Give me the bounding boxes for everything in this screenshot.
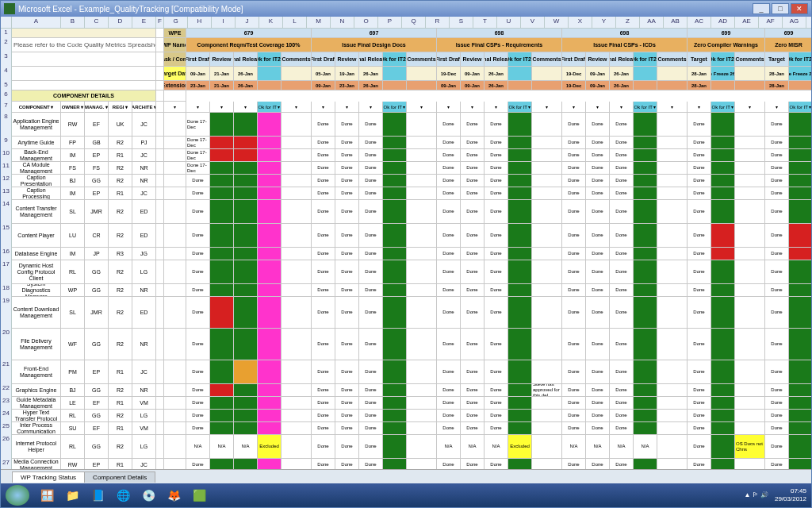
status-cell[interactable]: Done — [312, 175, 335, 187]
owner-cell[interactable]: IM — [61, 187, 85, 200]
status-cell[interactable] — [508, 360, 532, 384]
status-cell[interactable] — [383, 224, 407, 248]
status-cell[interactable]: Done — [359, 260, 383, 284]
status-cell[interactable]: Done — [312, 260, 335, 284]
status-cell[interactable] — [210, 248, 234, 260]
status-cell[interactable] — [210, 422, 234, 435]
taskbar-app-icon[interactable]: 📁 — [61, 486, 83, 505]
status-cell[interactable]: Done — [562, 410, 586, 422]
status-cell[interactable] — [234, 360, 258, 384]
status-cell[interactable] — [789, 113, 811, 137]
status-cell[interactable] — [234, 410, 258, 422]
status-cell[interactable] — [657, 175, 688, 187]
status-cell[interactable]: Done — [586, 384, 610, 397]
status-cell[interactable] — [657, 200, 688, 224]
status-cell[interactable]: Done — [437, 284, 461, 297]
status-cell[interactable] — [407, 459, 437, 469]
status-cell[interactable] — [711, 397, 735, 410]
status-cell[interactable] — [711, 422, 735, 435]
status-cell[interactable] — [258, 284, 282, 297]
region-cell[interactable]: R1 — [109, 149, 132, 162]
status-cell[interactable]: Done — [765, 397, 789, 410]
status-cell[interactable]: Done — [461, 248, 485, 260]
manager-cell[interactable]: GB — [85, 137, 109, 149]
status-cell[interactable]: Done — [312, 113, 335, 137]
status-cell[interactable]: Done — [765, 149, 789, 162]
status-cell[interactable]: Done — [437, 175, 461, 187]
status-cell[interactable]: Done — [312, 149, 335, 162]
status-cell[interactable] — [532, 224, 562, 248]
status-cell[interactable] — [508, 224, 532, 248]
status-cell[interactable]: Done — [461, 113, 485, 137]
status-cell[interactable]: Done — [312, 297, 335, 329]
owner-cell[interactable]: RW — [61, 113, 85, 137]
architect-cell[interactable]: JG — [132, 248, 156, 260]
status-cell[interactable] — [383, 284, 407, 297]
status-cell[interactable] — [383, 459, 407, 469]
status-cell[interactable]: Done — [312, 397, 335, 410]
status-cell[interactable] — [210, 459, 234, 469]
status-cell[interactable] — [532, 200, 562, 224]
status-cell[interactable]: Done — [359, 459, 383, 469]
status-cell[interactable]: Done — [312, 435, 335, 459]
status-cell[interactable] — [407, 435, 437, 459]
status-cell[interactable]: Done — [688, 149, 711, 162]
status-cell[interactable] — [407, 200, 437, 224]
status-cell[interactable] — [282, 149, 312, 162]
status-cell[interactable]: Done — [765, 224, 789, 248]
status-cell[interactable]: Done — [335, 459, 359, 469]
component-name[interactable]: Graphics Engine — [12, 384, 61, 397]
status-cell[interactable]: Done — [335, 422, 359, 435]
status-cell[interactable] — [711, 260, 735, 284]
status-cell[interactable]: Done — [688, 459, 711, 469]
status-cell[interactable] — [258, 360, 282, 384]
status-cell[interactable]: Done — [688, 175, 711, 187]
status-cell[interactable] — [634, 260, 657, 284]
status-cell[interactable]: Done — [562, 175, 586, 187]
filter-cell[interactable]: ▾ — [186, 102, 210, 113]
status-cell[interactable]: Done — [437, 397, 461, 410]
status-cell[interactable] — [234, 175, 258, 187]
status-cell[interactable] — [711, 459, 735, 469]
component-name[interactable]: Caption Processing — [12, 187, 61, 200]
architect-cell[interactable]: NR — [132, 162, 156, 175]
component-name[interactable]: System Diagnostics Manager — [12, 284, 61, 297]
region-cell[interactable]: R2 — [109, 137, 132, 149]
filter-cell[interactable]: ▾ — [407, 102, 437, 113]
status-cell[interactable] — [634, 162, 657, 175]
status-cell[interactable] — [634, 459, 657, 469]
architect-cell[interactable]: ED — [132, 297, 156, 329]
owner-cell[interactable]: SL — [61, 297, 85, 329]
status-cell[interactable] — [735, 248, 765, 260]
status-cell[interactable]: Done — [610, 175, 634, 187]
status-cell[interactable] — [657, 360, 688, 384]
manager-cell[interactable]: EP — [85, 187, 109, 200]
region-cell[interactable]: R1 — [109, 187, 132, 200]
status-cell[interactable]: N/A — [586, 435, 610, 459]
status-cell[interactable] — [234, 384, 258, 397]
status-cell[interactable]: N/A — [210, 435, 234, 459]
status-cell[interactable]: Done — [485, 284, 508, 297]
component-name[interactable]: Content Transfer Management — [12, 200, 61, 224]
status-cell[interactable]: Done — [312, 422, 335, 435]
status-cell[interactable] — [532, 422, 562, 435]
status-cell[interactable]: Done — [437, 200, 461, 224]
status-cell[interactable]: Done — [688, 422, 711, 435]
status-cell[interactable]: Done — [437, 260, 461, 284]
status-cell[interactable] — [634, 200, 657, 224]
status-cell[interactable]: Done — [437, 162, 461, 175]
status-cell[interactable]: Done — [765, 422, 789, 435]
status-cell[interactable]: Done — [765, 329, 789, 360]
status-cell[interactable]: Done — [437, 360, 461, 384]
status-cell[interactable] — [735, 187, 765, 200]
status-cell[interactable]: Done — [437, 137, 461, 149]
architect-cell[interactable]: VM — [132, 422, 156, 435]
manager-cell[interactable]: GG — [85, 175, 109, 187]
status-cell[interactable]: Done — [562, 422, 586, 435]
left-col-header[interactable]: ARCHITE ▾ — [132, 102, 156, 113]
status-cell[interactable] — [711, 162, 735, 175]
status-cell[interactable] — [282, 422, 312, 435]
filter-cell[interactable]: ▾ — [234, 102, 258, 113]
manager-cell[interactable]: JMR — [85, 200, 109, 224]
filter-cell[interactable]: ▾ — [610, 102, 634, 113]
